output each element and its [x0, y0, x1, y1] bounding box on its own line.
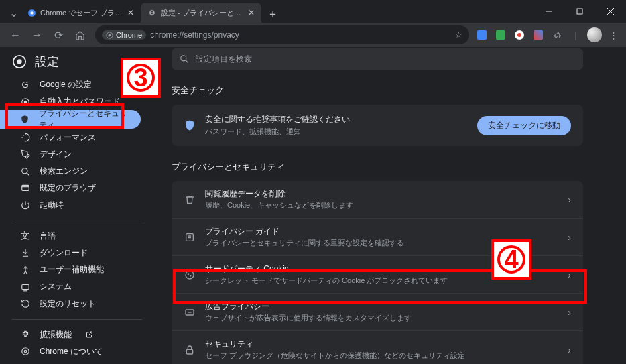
- row-subtitle: ウェブサイトが広告表示に使用する情報をカスタマイズします: [205, 313, 558, 323]
- new-tab-button[interactable]: ＋: [264, 5, 281, 23]
- row-clear-data[interactable]: 閲覧履歴データを削除履歴、Cookie、キャッシュなどを削除します ›: [172, 181, 583, 218]
- ext-icon-1[interactable]: [475, 27, 489, 42]
- svg-line-22: [186, 60, 188, 63]
- row-title: プライバシー ガイド: [205, 226, 558, 237]
- row-privacy-guide[interactable]: プライバシー ガイドプライバシーとセキュリティに関する重要な設定を確認する ›: [172, 218, 583, 255]
- extension-icons: | ⋮: [475, 27, 621, 42]
- ext-icon-3[interactable]: [512, 27, 527, 42]
- row-ad-privacy[interactable]: 広告プライバシーウェブサイトが広告表示に使用する情報をカスタマイズします ›: [172, 293, 583, 330]
- row-title: サードパーティ Cookie: [205, 263, 558, 275]
- sidebar-item-label: プライバシーとセキュリティ: [39, 108, 129, 131]
- sidebar-item-label: 拡張機能: [40, 329, 72, 341]
- svg-rect-17: [21, 284, 29, 289]
- ads-icon: [184, 306, 196, 318]
- home-button[interactable]: [70, 25, 90, 45]
- row-title: セキュリティ: [205, 339, 558, 350]
- svg-point-21: [181, 56, 186, 61]
- chevron-right-icon: ›: [568, 307, 571, 318]
- reload-button[interactable]: ⟳: [48, 25, 68, 45]
- chip-label: Chrome: [116, 31, 142, 39]
- search-icon: [180, 54, 189, 64]
- settings-title: 設定: [35, 54, 59, 70]
- svg-point-26: [190, 275, 191, 276]
- svg-point-25: [188, 274, 188, 274]
- guide-icon: [184, 231, 196, 243]
- ext-icon-2[interactable]: [493, 27, 508, 42]
- sidebar-item-accessibility[interactable]: ユーザー補助機能: [0, 261, 154, 278]
- safety-check-button[interactable]: 安全チェックに移動: [477, 116, 571, 135]
- shield-check-icon: [184, 119, 196, 131]
- brush-icon: [20, 149, 30, 160]
- extensions-button[interactable]: [550, 27, 564, 42]
- svg-point-12: [21, 168, 27, 173]
- sidebar-item-google[interactable]: G Google の設定: [0, 76, 154, 93]
- safety-check-card: 安全に関する推奨事項をご確認ください パスワード、拡張機能、通知 安全チェックに…: [172, 105, 583, 146]
- search-icon: [20, 166, 30, 176]
- menu-button[interactable]: ⋮: [606, 27, 621, 42]
- svg-rect-3: [577, 9, 582, 14]
- sidebar-item-default-browser[interactable]: 既定のブラウザ: [0, 180, 154, 196]
- main-panel: 設定項目を検索 安全チェック 安全に関する推奨事項をご確認ください パスワード、…: [154, 47, 626, 364]
- sidebar-item-label: ユーザー補助機能: [40, 264, 104, 276]
- tab-label: 設定 - プライバシーとセキュリティ: [161, 8, 244, 18]
- sidebar-item-reset[interactable]: 設定のリセット: [0, 295, 154, 312]
- forward-button[interactable]: →: [27, 25, 47, 45]
- back-button[interactable]: ←: [5, 25, 25, 45]
- speed-icon: [20, 133, 30, 143]
- accessibility-icon: [20, 265, 30, 275]
- close-window-button[interactable]: [595, 0, 626, 23]
- tab-menu-chevron[interactable]: ⌄: [7, 3, 20, 23]
- browser-tab-0[interactable]: Chrome でセーフ ブラウジングの保… ✕: [20, 3, 141, 23]
- sidebar-item-startup[interactable]: 起動時: [0, 196, 154, 213]
- safety-title: 安全に関する推奨事項をご確認ください: [205, 114, 468, 125]
- browser-tab-1[interactable]: ⚙ 設定 - プライバシーとセキュリティ ✕: [141, 3, 261, 23]
- lock-icon: [184, 344, 196, 356]
- chevron-right-icon: ›: [568, 345, 571, 355]
- sidebar-item-downloads[interactable]: ダウンロード: [0, 245, 154, 261]
- shield-icon: [20, 115, 29, 125]
- settings-search[interactable]: 設定項目を検索: [172, 48, 583, 70]
- sidebar-item-privacy[interactable]: プライバシーとセキュリティ: [0, 110, 141, 129]
- ext-icon-4[interactable]: [531, 27, 546, 42]
- row-title: 閲覧履歴データを削除: [205, 188, 558, 200]
- search-placeholder: 設定項目を検索: [196, 54, 252, 65]
- sidebar-item-label: パフォーマンス: [40, 132, 96, 143]
- omnibox[interactable]: Chrome chrome://settings/privacy ☆: [95, 25, 469, 44]
- minimize-button[interactable]: [534, 0, 564, 23]
- svg-point-1: [30, 11, 33, 14]
- sidebar-item-performance[interactable]: パフォーマンス: [0, 129, 154, 145]
- bookmark-icon[interactable]: ☆: [455, 30, 462, 40]
- sidebar-item-about[interactable]: Chrome について: [0, 343, 154, 360]
- row-title: 広告プライバシー: [205, 301, 558, 312]
- cpu-icon: [20, 282, 30, 292]
- sidebar-item-search-engine[interactable]: 検索エンジン: [0, 163, 154, 180]
- titlebar: ⌄ Chrome でセーフ ブラウジングの保… ✕ ⚙ 設定 - プライバシーと…: [0, 0, 626, 23]
- profile-avatar[interactable]: [587, 27, 602, 42]
- g-icon: G: [20, 80, 30, 90]
- safety-subtitle: パスワード、拡張機能、通知: [205, 127, 468, 137]
- svg-point-19: [21, 348, 29, 355]
- sidebar-item-extensions[interactable]: 拡張機能: [0, 326, 154, 343]
- privacy-settings-list: 閲覧履歴データを削除履歴、Cookie、キャッシュなどを削除します › プライバ…: [172, 181, 583, 364]
- translate-icon: 文: [20, 231, 30, 241]
- sidebar-item-label: 設定のリセット: [40, 298, 96, 310]
- sidebar: 設定 G Google の設定 自動入力とパスワード プライバシーとセキュリティ…: [0, 47, 154, 364]
- svg-rect-28: [186, 349, 192, 354]
- sidebar-header: 設定: [0, 51, 154, 76]
- sidebar-item-languages[interactable]: 文 言語: [0, 228, 154, 245]
- cookie-icon: [184, 269, 196, 281]
- row-cookies[interactable]: サードパーティ Cookieシークレット モードでサードパーティの Cookie…: [172, 255, 583, 293]
- sidebar-item-appearance[interactable]: デザイン: [0, 146, 154, 163]
- reset-icon: [20, 299, 30, 309]
- maximize-button[interactable]: [564, 0, 595, 23]
- svg-point-24: [186, 271, 194, 279]
- autofill-icon: [20, 97, 30, 107]
- sidebar-item-label: Chrome について: [40, 346, 103, 357]
- sidebar-item-system[interactable]: システム: [0, 278, 154, 295]
- row-security[interactable]: セキュリティセーフ ブラウジング（危険なサイトからの保護機能）などのセキュリティ…: [172, 330, 583, 364]
- close-icon[interactable]: ✕: [127, 8, 134, 17]
- row-subtitle: シークレット モードでサードパーティの Cookie がブロックされています: [205, 276, 558, 286]
- close-icon[interactable]: ✕: [248, 8, 255, 17]
- svg-point-16: [24, 266, 25, 267]
- sidebar-item-label: ダウンロード: [40, 247, 88, 259]
